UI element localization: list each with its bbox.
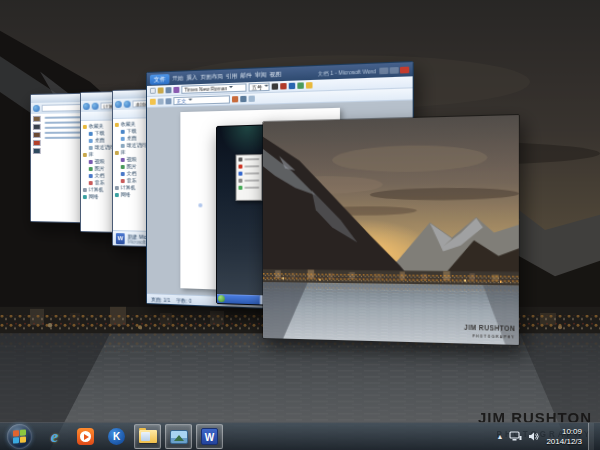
- media-player-icon: [77, 428, 94, 445]
- flip3d-window-desktop[interactable]: JIM RUSHTON PHOTOGRAPHY: [262, 114, 520, 346]
- maximize-icon: [390, 66, 399, 73]
- back-icon: [115, 101, 122, 108]
- close-icon: [400, 66, 409, 73]
- window-title: 文档 1 - Microsoft Word: [318, 67, 376, 76]
- mini-start-orb: [218, 295, 225, 302]
- ribbon-tab: 页面布局: [200, 73, 222, 81]
- start-button[interactable]: [7, 424, 32, 449]
- show-desktop-button[interactable]: [588, 423, 594, 450]
- desktop-preview-image: JIM RUSHTON PHOTOGRAPHY: [263, 115, 519, 345]
- volume-icon[interactable]: [528, 431, 540, 442]
- taskbar-button-media-player[interactable]: [72, 424, 99, 449]
- ribbon-tab: 邮件: [240, 72, 251, 80]
- clock-date: 2014/12/3: [546, 437, 582, 447]
- show-hidden-icons-button[interactable]: ▲: [496, 433, 503, 440]
- taskbar-button-explorer[interactable]: [134, 424, 161, 449]
- taskbar-clock[interactable]: 10:09 2014/12/3: [546, 427, 582, 447]
- font-size-combo: 五号: [249, 83, 270, 92]
- taskbar: e K W ▲ 10:09 2014/12/3: [0, 422, 600, 450]
- desktop: JIM RUSHTON PHOTOGRAPHY 计算机: [0, 0, 600, 450]
- style-combo: 正文: [173, 95, 230, 105]
- taskbar-button-internet-explorer[interactable]: e: [41, 424, 68, 449]
- forward-icon: [124, 101, 131, 108]
- explorer-folder-icon: [139, 430, 157, 443]
- image-viewer-icon: [170, 430, 188, 444]
- system-tray: ▲ 10:09 2014/12/3: [496, 423, 598, 450]
- word-icon: W: [201, 428, 218, 445]
- context-menu-popup: [236, 154, 263, 201]
- ribbon-tab: 开始: [172, 75, 183, 83]
- word-file-icon: W: [116, 233, 125, 244]
- watermark-line1: JIM RUSHTON: [464, 323, 515, 332]
- back-icon: [83, 103, 90, 110]
- ribbon-tab: 审阅: [255, 71, 267, 79]
- ribbon-tab: 插入: [186, 74, 197, 82]
- taskbar-button-word[interactable]: W: [196, 424, 223, 449]
- file-tab: 文件: [150, 74, 170, 85]
- back-icon: [33, 105, 40, 112]
- forward-icon: [92, 103, 99, 110]
- ribbon-tab: 引用: [226, 72, 237, 80]
- ribbon-tab: 视图: [270, 71, 282, 79]
- font-name-combo: Times New Roman: [181, 83, 246, 93]
- taskbar-button-kugou[interactable]: K: [103, 424, 130, 449]
- internet-explorer-icon: e: [51, 427, 59, 447]
- lake-town-scene: JIM RUSHTON PHOTOGRAPHY: [263, 115, 519, 345]
- text-cursor: [198, 204, 202, 208]
- thumbnail-column: [31, 114, 43, 221]
- windows-flag-icon: [13, 429, 26, 443]
- kugou-icon: K: [108, 428, 125, 445]
- status-page: 页面: 1/1: [151, 296, 170, 303]
- network-icon[interactable]: [509, 431, 522, 442]
- taskbar-button-image-viewer[interactable]: [165, 424, 192, 449]
- minimize-icon: [379, 67, 388, 74]
- status-words: 字数: 0: [176, 297, 192, 304]
- clock-time: 10:09: [546, 427, 582, 437]
